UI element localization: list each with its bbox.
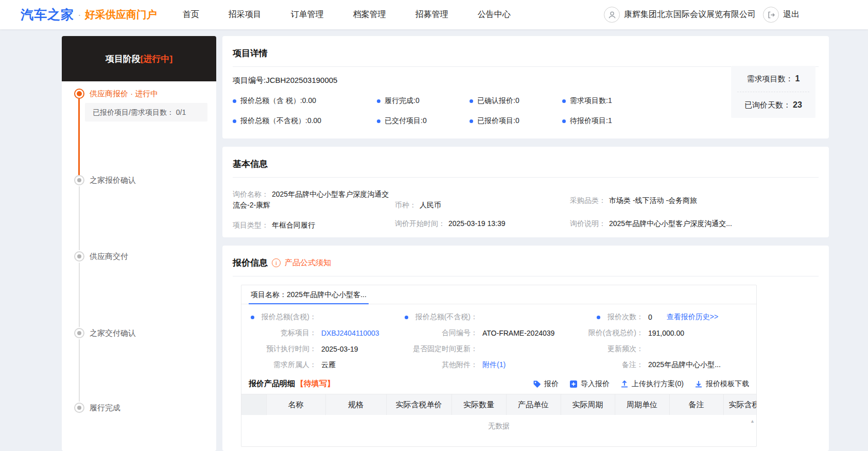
view-quote-history-link[interactable]: 查看报价历史>> (667, 313, 718, 322)
field-planned-execution-time: 预计执行时间： 2025-03-19 (249, 344, 401, 354)
basic-info-card: 基本信息 询价名称：2025年品牌中心小型客户深度沟通交流会-2-康辉 项目类型… (222, 147, 829, 237)
quote-info-title: 报价信息 (233, 257, 268, 269)
product-formula-notice-link[interactable]: 产品公式须知 (285, 258, 331, 268)
field-quote-count: 报价次数： 0 查看报价历史>> (570, 313, 749, 322)
stat-delivered-projects: 已交付项目:0 (377, 116, 470, 126)
bullet-dot-icon (377, 119, 380, 123)
field-fixed-time-update: 是否固定时间更新： (401, 344, 570, 354)
stat-demand-projects: 需求项目数:1 (562, 96, 612, 106)
tab-project-name[interactable]: 项目名称：2025年品牌中心小型客... (249, 285, 369, 304)
quote-detail-box: 项目名称：2025年品牌中心小型客... 报价总额(含税)： 报价总额(不含税)… (241, 285, 757, 447)
field-quote-total-excl-tax: 报价总额(不含税)： (401, 313, 570, 322)
upload-icon (620, 380, 629, 388)
top-navigation: 首页 招采项目 订单管理 档案管理 招募管理 公告中心 (183, 9, 511, 20)
table-header-row: 名称 规格 实际含税单价 实际数量 产品单位 实际周期 周期单位 备注 实际含税 (241, 394, 756, 415)
app-logo[interactable]: 汽车之家 · 好采供应商门户 (21, 6, 157, 23)
project-stage-header: 项目阶段[进行中] (62, 36, 216, 81)
step-fulfilled: 履行完成 (90, 403, 120, 413)
import-quote-button[interactable]: 导入报价 (569, 379, 610, 389)
field-other-attachments: 其他附件： 附件(1) (401, 360, 570, 370)
step-home-quote-confirm: 之家报价确认 (90, 176, 136, 185)
step-home-delivery-confirm: 之家交付确认 (90, 328, 136, 338)
field-procurement-category: 采购品类：市场类 -线下活动 -会务商旅 (570, 195, 819, 206)
page: 汽车之家 · 好采供应商门户 首页 招采项目 订单管理 档案管理 招募管理 公告… (0, 0, 868, 451)
quote-product-detail-bar: 报价产品明细【待填写】 报价 导入报价 上传执行方案(0) (241, 376, 756, 394)
project-stage-status: [进行中] (141, 53, 172, 65)
stat-fulfilled: 履行完成:0 (377, 96, 470, 106)
basic-info-title: 基本信息 (233, 158, 268, 170)
bullet-dot-icon (377, 99, 380, 103)
field-inquiry-name: 询价名称：2025年品牌中心小型客户深度沟通交流会-2-康辉 (233, 189, 395, 211)
quote-product-table: 名称 规格 实际含税单价 实际数量 产品单位 实际周期 周期单位 备注 实际含税… (241, 394, 756, 446)
step-supplier-delivery: 供应商交付 (90, 252, 128, 262)
quote-info-card: 报价信息 i 产品公式须知 项目名称：2025年品牌中心小型客... 报价总额(… (222, 246, 829, 451)
col-select (241, 394, 266, 415)
bullet-dot-icon (597, 316, 600, 319)
plus-square-icon (569, 380, 578, 388)
upload-plan-button[interactable]: 上传执行方案(0) (620, 379, 684, 389)
stat-total-quote-excl-tax: 报价总额（不含税）:0.00 (233, 116, 377, 126)
field-remark: 备注： 2025年品牌中心小型... (570, 360, 749, 370)
logout-icon[interactable] (763, 7, 779, 23)
nav-item-archive-management[interactable]: 档案管理 (353, 9, 386, 20)
nav-item-order-management[interactable]: 订单管理 (291, 9, 324, 20)
user-avatar-icon[interactable] (604, 7, 620, 23)
field-inquiry-description: 询价说明：2025年品牌中心小型客户深度沟通交... (570, 218, 819, 229)
field-inquiry-start-time: 询价开始时间：2025-03-19 13:39 (395, 218, 570, 229)
quote-toolbar: 报价 导入报价 上传执行方案(0) 报价模板下载 (533, 379, 749, 389)
table-empty-placeholder: 无数据 (241, 415, 756, 446)
logo-primary: 汽车之家 (21, 6, 74, 23)
company-name[interactable]: 康辉集团北京国际会议展览有限公司 (624, 9, 756, 20)
project-detail-title: 项目详情 (233, 47, 268, 59)
quote-button[interactable]: 报价 (533, 379, 559, 389)
divider (233, 276, 819, 276)
project-detail-card: 项目详情 项目编号:JCBH202503190005 报价总额（含 税）:0.0… (222, 36, 829, 138)
bullet-dot-icon (233, 119, 236, 123)
attachment-link[interactable]: 附件(1) (482, 360, 506, 370)
step-indicator-home-delivery-confirm-icon (74, 328, 84, 338)
step-supplier-quote: 供应商报价 · 进行中 (90, 89, 158, 99)
stat-pending-quote-projects: 待报价项目:1 (562, 116, 612, 126)
logout-button[interactable]: 退出 (783, 9, 800, 20)
summary-inquiry-days: 已询价天数：23 (731, 92, 815, 118)
nav-item-home[interactable]: 首页 (183, 9, 199, 20)
topbar: 汽车之家 · 好采供应商门户 首页 招采项目 订单管理 档案管理 招募管理 公告… (0, 0, 868, 29)
bullet-dot-icon (470, 119, 473, 123)
bullet-dot-icon (562, 119, 566, 123)
bullet-dot-icon (562, 99, 566, 103)
bullet-dot-icon (233, 99, 236, 103)
field-currency: 币种：人民币 (395, 200, 570, 211)
step-indicator-supplier-delivery-icon (74, 251, 84, 262)
download-template-button[interactable]: 报价模板下载 (695, 379, 749, 389)
bidding-project-link[interactable]: DXBJ2404110003 (321, 329, 379, 337)
bullet-dot-icon (405, 316, 408, 319)
col-actual-quantity: 实际数量 (452, 394, 506, 415)
download-icon (695, 380, 703, 388)
col-actual-incl-tax: 实际含税 (723, 394, 756, 415)
col-actual-unit-price-incl-tax: 实际含税单价 (386, 394, 452, 415)
scroll-up-icon[interactable]: ▲ (750, 419, 755, 424)
field-quote-total-incl-tax: 报价总额(含税)： (249, 313, 401, 322)
summary-box: 需求项目数：1 已询价天数：23 (731, 66, 815, 118)
info-circle-icon: i (272, 258, 281, 267)
summary-demand-count: 需求项目数：1 (731, 66, 815, 92)
nav-item-announcement-center[interactable]: 公告中心 (478, 9, 511, 20)
col-remark: 备注 (669, 394, 723, 415)
topbar-user-area: 康辉集团北京国际会议展览有限公司 退出 (604, 0, 800, 29)
col-spec: 规格 (325, 394, 386, 415)
col-product-unit: 产品单位 (506, 394, 561, 415)
logo-secondary: 好采供应商门户 (85, 8, 157, 22)
step-supplier-quote-substat: 已报价项目/需求项目数： 0/1 (85, 103, 207, 122)
stat-confirmed-quotes: 已确认报价:0 (470, 96, 562, 106)
timeline-connector (79, 263, 80, 327)
nav-item-sourcing-projects[interactable]: 招采项目 (229, 9, 262, 20)
field-project-type: 项目类型：年框合同履行 (233, 220, 395, 231)
quote-product-detail-title: 报价产品明细 (249, 379, 295, 388)
project-stage-panel: 项目阶段[进行中] 供应商报价 · 进行中 已报价项目/需求项目数： 0/1 之… (62, 36, 216, 451)
logo-separator: · (78, 9, 81, 21)
timeline-connector (79, 186, 80, 250)
quote-fields: 报价总额(含税)： 报价总额(不含税)： 报价次数： 0 查看报价历史>> (241, 304, 756, 370)
nav-item-recruit-management[interactable]: 招募管理 (415, 9, 448, 20)
field-update-frequency: 更新频次： (570, 344, 749, 354)
timeline-connector-active (78, 99, 80, 175)
